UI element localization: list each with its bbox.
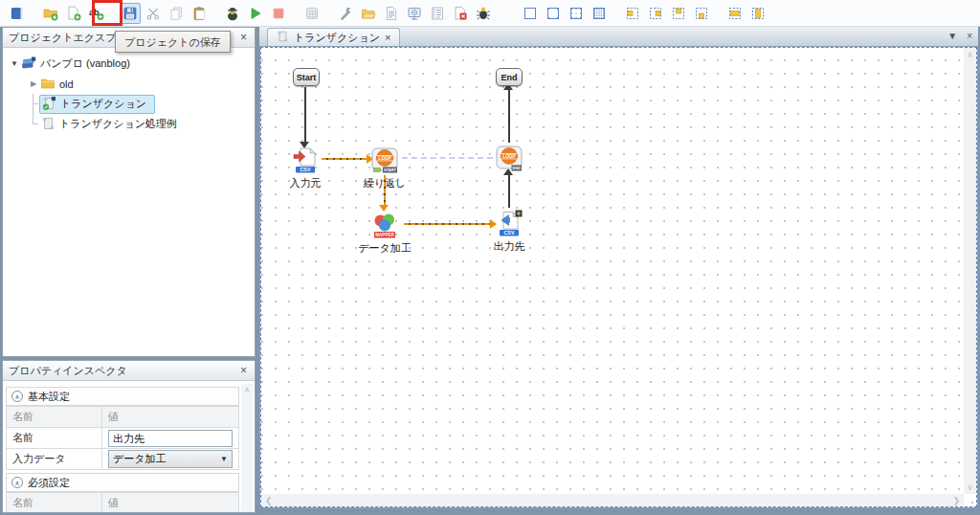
property-inspector-close-button[interactable]: × — [238, 365, 249, 376]
distribute-vertical-button[interactable] — [747, 3, 768, 24]
property-name: 名前 — [7, 428, 102, 449]
tree-item[interactable]: トランザクション — [7, 94, 253, 114]
script-icon — [276, 30, 289, 45]
property-inspector-title: プロパティインスペクタ — [9, 364, 238, 378]
project-explorer-close-button[interactable]: × — [238, 32, 249, 43]
grid-none-button[interactable] — [520, 3, 541, 24]
align-right-button[interactable] — [645, 3, 666, 24]
expander-closed-icon[interactable]: ▶ — [28, 79, 39, 88]
help-book-button[interactable] — [7, 3, 28, 24]
scroll-up-icon[interactable]: ∧ — [964, 50, 976, 59]
edge-loop-to-mapper-arrowhead — [379, 205, 389, 212]
cut-button[interactable] — [143, 3, 164, 24]
tree-connector — [28, 94, 39, 114]
save-tooltip: プロジェクトの保存 — [115, 31, 231, 53]
schedule-button[interactable] — [301, 3, 323, 24]
canvas-horizontal-scrollbar[interactable]: ❮ ❯ — [261, 494, 964, 506]
end-node[interactable]: End — [496, 68, 523, 86]
expander-open-icon[interactable]: ▼ — [9, 59, 20, 68]
project-icon — [21, 56, 37, 72]
monitor-button[interactable] — [404, 3, 425, 24]
tree-item-label: トランザクション処理例 — [59, 117, 181, 131]
output-dest-node[interactable]: CSV — [496, 210, 523, 236]
project-explorer-panel: プロジェクトエクスプローラ × ▼バンプロ (vanblog)▶oldトランザク… — [2, 27, 256, 357]
mapper-node[interactable]: MAPPER — [371, 212, 398, 238]
start-node[interactable]: Start — [293, 68, 320, 86]
property-row: 入力データデータ加工▼ — [7, 449, 239, 470]
svg-text:START: START — [384, 168, 397, 172]
output-dest-node-label: 出力先 — [466, 239, 552, 254]
property-row: 名前出力先 — [7, 428, 239, 449]
project-tree: ▼バンプロ (vanblog)▶oldトランザクショントランザクション処理例 — [3, 48, 255, 136]
svg-text:MAPPER: MAPPER — [375, 233, 394, 237]
run-button[interactable] — [245, 3, 266, 24]
grid-large-button[interactable] — [589, 3, 610, 24]
edge-loop-link — [402, 157, 493, 159]
new-variables-button[interactable]: ab — [86, 3, 107, 24]
copy-button[interactable] — [166, 3, 187, 24]
script-icon — [40, 116, 56, 132]
input-source-node[interactable]: CSV — [292, 146, 319, 173]
loop-start-node[interactable]: LOOPSTART — [371, 146, 398, 173]
flow-canvas[interactable]: StartEndCSV入力元LOOPSTART繰り返しLOOPENDMAPPER… — [259, 46, 978, 508]
bug-button[interactable] — [473, 3, 494, 24]
document-button[interactable] — [381, 3, 402, 24]
align-bottom-button[interactable] — [691, 3, 712, 24]
editor-close-icon[interactable]: × — [967, 30, 972, 43]
property-value-cell: 出力先 — [102, 428, 239, 449]
stop-button[interactable] — [268, 3, 289, 24]
collapse-icon[interactable]: ∧ — [11, 477, 23, 488]
scroll-down-icon[interactable]: ∨ — [964, 482, 976, 492]
tab-close-icon[interactable]: × — [385, 32, 390, 43]
tree-item[interactable]: トランザクション処理例 — [7, 114, 253, 134]
tab-list-dropdown-icon[interactable]: ▼ — [947, 30, 957, 43]
property-table: 名前値名前出力先入力データデータ加工▼ — [6, 406, 239, 470]
section-header[interactable]: ∧必須設定 — [6, 473, 239, 492]
property-inspector-panel: プロパティインスペクタ × ∧ ∧基本設定名前値名前出力先入力データデータ加工▼… — [2, 360, 256, 513]
distribute-horizontal-button[interactable] — [724, 3, 746, 24]
inspector-scrollbar[interactable]: ∧ — [241, 384, 253, 513]
error-document-button[interactable] — [450, 3, 471, 24]
section-header[interactable]: ∧基本設定 — [6, 387, 239, 406]
tree-item[interactable]: ▼バンプロ (vanblog) — [7, 54, 253, 74]
scroll-up-icon[interactable]: ∧ — [244, 385, 251, 394]
property-name: 入力データ — [7, 449, 102, 470]
collapse-icon[interactable]: ∧ — [11, 391, 23, 402]
edge-input-to-loop — [322, 158, 368, 160]
toolbar: ab — [0, 0, 980, 27]
tree-item[interactable]: ▶old — [7, 74, 253, 94]
scroll-right-icon[interactable]: ❯ — [952, 496, 960, 505]
property-inspector-header: プロパティインスペクタ × — [3, 361, 255, 381]
svg-text:END: END — [512, 166, 521, 170]
chevron-down-icon[interactable]: ▼ — [220, 455, 228, 463]
property-table: 名前値 — [6, 492, 239, 513]
paste-button[interactable] — [189, 3, 210, 24]
tools-button[interactable] — [335, 3, 356, 24]
align-top-button[interactable] — [668, 3, 689, 24]
canvas-vertical-scrollbar[interactable]: ∧ ∨ — [964, 48, 976, 494]
property-text-input[interactable]: 出力先 — [108, 430, 233, 447]
grid-medium-button[interactable] — [566, 3, 587, 24]
loop-end-node[interactable]: LOOPEND — [496, 145, 523, 171]
input-source-node-label: 入力元 — [262, 176, 348, 190]
editor-area: トランザクション × ▼ × StartEndCSV入力元LOOPSTART繰り… — [259, 27, 978, 508]
scroll-left-icon[interactable]: ❮ — [265, 496, 273, 505]
save-project-button[interactable] — [120, 3, 141, 24]
loop-start-node-label: 繰り返し — [342, 176, 428, 190]
log-button[interactable] — [427, 3, 448, 24]
tab-transaction[interactable]: トランザクション × — [267, 28, 400, 46]
new-script-button[interactable] — [63, 3, 84, 24]
edge-start-to-input — [304, 87, 306, 143]
section-title: 基本設定 — [28, 390, 70, 404]
script-check-icon — [41, 96, 57, 112]
grid-small-button[interactable] — [543, 3, 564, 24]
property-dropdown[interactable]: データ加工▼ — [108, 450, 233, 468]
tree-item-label: old — [59, 78, 78, 90]
align-left-button[interactable] — [622, 3, 643, 24]
new-project-button[interactable] — [40, 3, 61, 24]
debug-run-button[interactable] — [222, 3, 243, 24]
open-folder-button[interactable] — [358, 3, 379, 24]
tab-label: トランザクション — [294, 31, 380, 45]
svg-text:LOOP: LOOP — [378, 156, 391, 161]
svg-text:CSV: CSV — [300, 167, 310, 172]
